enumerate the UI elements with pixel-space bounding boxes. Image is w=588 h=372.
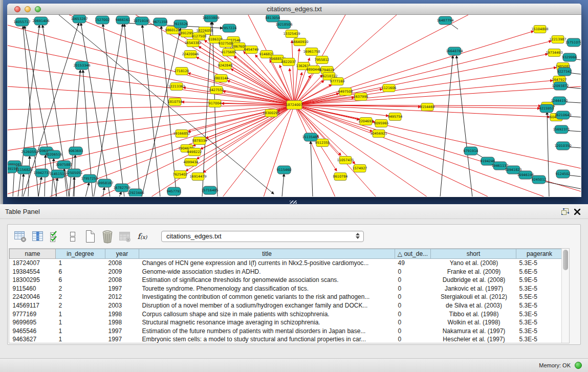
table-cell[interactable]: 1 (56, 310, 105, 319)
table-cell[interactable]: 22420046 (10, 293, 56, 301)
graph-node-teal[interactable]: 7615526 (173, 20, 188, 28)
graph-node-teal[interactable]: 10653287 (71, 15, 88, 23)
graph-node-yellow[interactable]: 18300295 (263, 110, 279, 117)
graph-node-teal[interactable]: 25260550 (21, 148, 38, 156)
graph-node-teal[interactable]: 9457791 (167, 187, 182, 195)
graph-node-teal[interactable]: 9671358 (153, 18, 168, 26)
table-row[interactable]: 2242004622012Investigating the contribut… (10, 293, 563, 301)
graph-node-teal[interactable]: 12093872 (552, 82, 569, 90)
table-cell[interactable]: 2009 (105, 268, 139, 276)
graph-node-teal[interactable]: 12444150 (551, 97, 568, 105)
graph-node-yellow[interactable]: 9512355 (315, 139, 330, 147)
graph-node-yellow[interactable]: 16961758 (303, 48, 320, 56)
graph-node-yellow[interactable]: 12213363 (168, 83, 185, 91)
table-cell[interactable]: Wolkin et al. (1998) (431, 318, 516, 327)
table-cell[interactable]: 18300295 (10, 276, 56, 285)
graph-node-yellow[interactable]: 9327508 (219, 40, 233, 48)
table-cell[interactable]: 2 (56, 293, 105, 301)
column-header-pagerank[interactable]: pagerank (516, 249, 563, 259)
table-cell[interactable]: 1 (56, 335, 105, 344)
table-cell[interactable]: 0 (395, 301, 431, 310)
graph-node-teal[interactable]: 16210643 (554, 111, 571, 119)
table-cell[interactable]: Embryonic stem cells: a model to study s… (139, 335, 395, 344)
graph-node-teal[interactable]: 12505051 (66, 169, 82, 177)
select-all-rows-icon[interactable] (48, 229, 63, 244)
table-cell[interactable]: Franke et al. (2009) (431, 268, 516, 276)
graph-node-teal[interactable]: 8813054 (266, 15, 280, 22)
table-row[interactable]: 969969511998Structural magnetic resonanc… (10, 318, 563, 327)
graph-node-yellow[interactable]: 9777169 (330, 78, 345, 85)
table-cell[interactable]: 6 (56, 276, 105, 285)
table-cell[interactable]: 1998 (105, 310, 139, 319)
table-cell[interactable]: 2008 (105, 276, 139, 285)
graph-node-yellow[interactable]: 7625402 (173, 171, 188, 179)
graph-node-yellow[interactable]: 13325419 (283, 30, 300, 38)
panel-splitter-handle[interactable] (290, 201, 297, 204)
table-cell[interactable]: 2008 (105, 259, 139, 268)
zoom-traffic-light[interactable] (35, 6, 41, 12)
graph-node-yellow[interactable]: 16543382 (184, 39, 201, 47)
graph-node-teal[interactable]: 9329966 (562, 53, 577, 61)
graph-node-yellow[interactable]: 1121606 (382, 84, 397, 92)
table-row[interactable]: 1456911722003Disruption of a novel membe… (10, 301, 563, 310)
graph-node-teal[interactable]: 17957253 (81, 174, 98, 183)
table-cell[interactable]: 9463627 (10, 335, 56, 344)
graph-node-teal[interactable]: 15751074 (565, 38, 581, 47)
column-header-title[interactable]: title (139, 249, 395, 259)
network-view-canvas[interactable]: 1872400798601288912951822605891275081654… (8, 15, 581, 196)
column-header-in-degree[interactable]: in_degree (56, 249, 105, 259)
table-cell[interactable]: 2012 (105, 293, 139, 301)
graph-node-yellow[interactable]: 1810754 (168, 98, 183, 106)
graph-node-yellow[interactable]: 8610784 (333, 173, 348, 181)
table-cell[interactable]: 2 (56, 301, 105, 310)
table-cell[interactable]: 0 (395, 285, 431, 293)
graph-node-yellow[interactable]: 8095965 (374, 120, 389, 127)
graph-node-teal[interactable]: 19218506 (275, 20, 292, 29)
citation-network-graph[interactable]: 1872400798601288912951822605891275081654… (8, 15, 581, 196)
table-cell[interactable]: Estimation of significance thresholds fo… (139, 276, 395, 285)
graph-node-teal[interactable]: 9115460 (277, 166, 292, 174)
graph-node-yellow[interactable]: 1574927 (353, 165, 367, 172)
table-cell[interactable]: Investigating the contribution of common… (139, 293, 395, 301)
table-cell[interactable]: 0 (395, 327, 431, 336)
graph-node-teal[interactable]: 20691406 (32, 17, 49, 25)
graph-node-yellow[interactable]: 12213987 (549, 36, 566, 43)
graph-node-yellow[interactable]: 10456921 (370, 130, 387, 138)
table-cell[interactable]: 0 (395, 276, 431, 285)
vertical-scrollbar[interactable] (561, 249, 569, 343)
table-cell[interactable]: 5.9E-5 (516, 276, 563, 285)
table-row[interactable]: 1872400712008Changes of HCN gene express… (10, 259, 563, 268)
graph-node-teal[interactable]: 30975887 (55, 161, 72, 169)
select-column-icon[interactable] (30, 229, 46, 244)
table-cell[interactable]: 18724007 (10, 259, 56, 268)
graph-node-yellow[interactable]: 2803144 (214, 75, 229, 82)
node-table-scrollpane[interactable]: namein_degreeyeartitle△ out_de...shortpa… (9, 248, 570, 343)
graph-node-yellow[interactable]: 9495754 (388, 113, 403, 121)
table-cell[interactable]: 1997 (105, 335, 139, 344)
table-cell[interactable]: 5.6E-5 (516, 268, 563, 276)
table-cell[interactable]: 1 (56, 318, 105, 327)
graph-node-yellow[interactable]: 9242848 (218, 62, 233, 70)
table-cell[interactable]: 5.3E-5 (516, 327, 563, 336)
graph-node-teal[interactable]: 14055717 (13, 18, 30, 26)
close-panel-icon[interactable] (573, 207, 582, 216)
network-window-titlebar[interactable]: citations_edges.txt (7, 4, 581, 15)
table-cell[interactable]: 2 (56, 285, 105, 293)
graph-node-yellow[interactable]: 9890448 (307, 66, 321, 74)
scrollbar-thumb[interactable] (563, 250, 568, 270)
table-cell[interactable]: 1998 (105, 318, 139, 327)
graph-node-teal[interactable]: 31451515 (49, 170, 66, 178)
table-cell[interactable]: 5.5E-5 (516, 293, 563, 301)
clear-selection-icon[interactable] (65, 229, 80, 244)
table-cell[interactable]: 9777169 (10, 310, 56, 319)
table-cell[interactable]: Nakamura et al. (1997) (431, 327, 516, 336)
table-row[interactable]: 946554611997Estimation of the future num… (10, 327, 563, 336)
graph-node-teal[interactable]: 16487794 (437, 16, 453, 25)
graph-node-teal[interactable]: 7857224 (222, 24, 237, 32)
graph-node-teal[interactable]: 9124502 (556, 170, 571, 178)
table-cell[interactable]: 9115460 (10, 285, 56, 293)
new-column-icon[interactable] (82, 229, 98, 244)
table-row[interactable]: 977716911998Corpus callosum shape and si… (10, 310, 563, 319)
table-cell[interactable]: 1 (56, 327, 105, 336)
table-cell[interactable]: 1997 (105, 327, 139, 336)
